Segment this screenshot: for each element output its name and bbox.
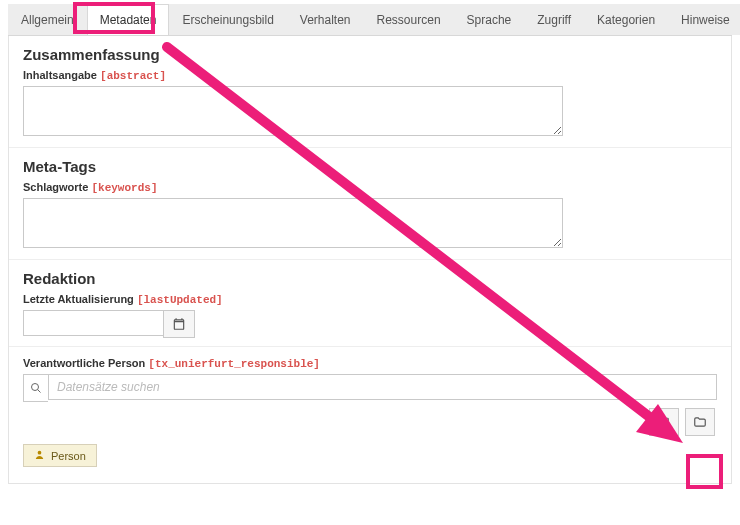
folder-icon xyxy=(693,415,707,429)
person-icon xyxy=(34,449,45,462)
responsible-search-input[interactable] xyxy=(48,374,717,400)
clipboard-button[interactable] xyxy=(649,408,679,436)
svg-point-0 xyxy=(32,384,39,391)
tab-verhalten[interactable]: Verhalten xyxy=(287,4,364,35)
section-title-summary: Zusammenfassung xyxy=(23,46,717,63)
tab-zugriff[interactable]: Zugriff xyxy=(524,4,584,35)
section-redaktion: Redaktion Letzte Aktualisierung [lastUpd… xyxy=(9,260,731,347)
tab-sprache[interactable]: Sprache xyxy=(454,4,525,35)
label-lastupdated: Letzte Aktualisierung [lastUpdated] xyxy=(23,293,717,306)
clipboard-icon xyxy=(658,416,671,429)
form-content: Zusammenfassung Inhaltsangabe [abstract]… xyxy=(8,36,732,484)
label-abstract: Inhaltsangabe [abstract] xyxy=(23,69,717,82)
label-keywords: Schlagworte [keywords] xyxy=(23,181,717,194)
tab-ressourcen[interactable]: Ressourcen xyxy=(364,4,454,35)
tab-hinweise[interactable]: Hinweise xyxy=(668,4,740,35)
tab-allgemein[interactable]: Allgemein xyxy=(8,4,87,35)
abstract-textarea[interactable] xyxy=(23,86,563,136)
person-type-button[interactable]: Person xyxy=(23,444,97,467)
tab-kategorien[interactable]: Kategorien xyxy=(584,4,668,35)
section-summary: Zusammenfassung Inhaltsangabe [abstract] xyxy=(9,36,731,148)
section-title-metatags: Meta-Tags xyxy=(23,158,717,175)
section-metatags: Meta-Tags Schlagworte [keywords] xyxy=(9,148,731,260)
label-responsible: Verantwortliche Person [tx_unierfurt_res… xyxy=(23,357,717,370)
search-icon-box xyxy=(23,374,48,402)
section-responsible: Verantwortliche Person [tx_unierfurt_res… xyxy=(9,347,731,475)
tab-bar: Allgemein Metadaten Erscheinungsbild Ver… xyxy=(8,4,732,36)
calendar-button[interactable] xyxy=(163,310,195,338)
lastupdated-row xyxy=(23,310,717,338)
svg-rect-2 xyxy=(661,418,668,427)
responsible-actions xyxy=(23,408,717,436)
section-title-redaktion: Redaktion xyxy=(23,270,717,287)
calendar-icon xyxy=(172,317,186,331)
keywords-textarea[interactable] xyxy=(23,198,563,248)
window: Allgemein Metadaten Erscheinungsbild Ver… xyxy=(0,0,740,525)
svg-point-3 xyxy=(38,451,42,455)
responsible-search-row xyxy=(23,374,717,402)
tab-metadaten[interactable]: Metadaten xyxy=(87,4,170,35)
lastupdated-input[interactable] xyxy=(23,310,163,336)
folder-button[interactable] xyxy=(685,408,715,436)
tab-erscheinungsbild[interactable]: Erscheinungsbild xyxy=(169,4,286,35)
svg-line-1 xyxy=(38,390,41,393)
search-icon xyxy=(30,382,42,394)
